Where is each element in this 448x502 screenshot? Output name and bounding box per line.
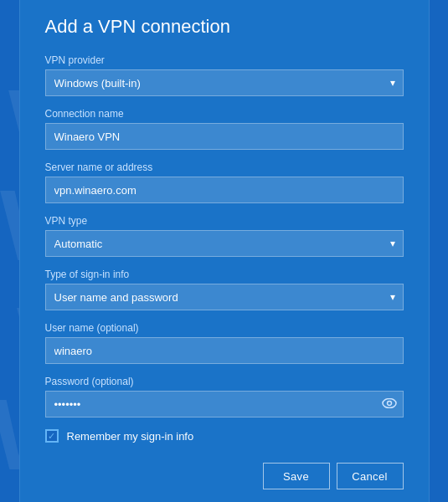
vpn-provider-label: VPN provider — [45, 54, 404, 66]
password-input[interactable] — [45, 391, 404, 417]
sign-in-type-group: Type of sign-in info User name and passw… — [45, 269, 404, 310]
button-row: Save Cancel — [45, 463, 404, 489]
vpn-type-label: VPN type — [45, 215, 404, 227]
sign-in-type-select-wrapper: User name and password Smart card One-ti… — [45, 284, 404, 310]
username-input[interactable] — [45, 337, 404, 364]
vpn-provider-select-wrapper: Windows (built-in) — [45, 69, 404, 96]
password-group: Password (optional) — [45, 376, 404, 417]
vpn-provider-select[interactable]: Windows (built-in) — [45, 69, 404, 96]
password-wrapper — [45, 391, 404, 417]
connection-name-group: Connection name — [45, 108, 404, 150]
dialog-title: Add a VPN connection — [45, 16, 404, 38]
username-label: User name (optional) — [45, 322, 404, 334]
vpn-dialog: Add a VPN connection VPN provider Window… — [19, 0, 430, 502]
vpn-type-group: VPN type Automatic PPTP L2TP/IPsec SSTP … — [45, 215, 404, 257]
remember-checkbox[interactable]: ✓ — [45, 429, 59, 443]
connection-name-label: Connection name — [45, 108, 404, 120]
connection-name-input[interactable] — [45, 123, 404, 150]
svg-point-0 — [383, 399, 396, 408]
server-name-label: Server name or address — [45, 161, 404, 173]
vpn-type-select[interactable]: Automatic PPTP L2TP/IPsec SSTP IKEv2 — [45, 230, 404, 257]
sign-in-type-select[interactable]: User name and password Smart card One-ti… — [45, 284, 404, 310]
sign-in-type-label: Type of sign-in info — [45, 269, 404, 280]
save-button[interactable]: Save — [263, 463, 330, 489]
password-label: Password (optional) — [45, 376, 404, 387]
show-password-icon[interactable] — [382, 397, 397, 411]
vpn-type-select-wrapper: Automatic PPTP L2TP/IPsec SSTP IKEv2 — [45, 230, 404, 257]
cancel-button[interactable]: Cancel — [337, 463, 404, 489]
server-name-group: Server name or address — [45, 161, 404, 203]
remember-row[interactable]: ✓ Remember my sign-in info — [45, 429, 404, 443]
svg-point-1 — [387, 402, 391, 406]
checkmark-icon: ✓ — [48, 432, 55, 441]
vpn-provider-group: VPN provider Windows (built-in) — [45, 54, 404, 96]
server-name-input[interactable] — [45, 177, 404, 203]
remember-label: Remember my sign-in info — [67, 430, 194, 443]
username-group: User name (optional) — [45, 322, 404, 364]
